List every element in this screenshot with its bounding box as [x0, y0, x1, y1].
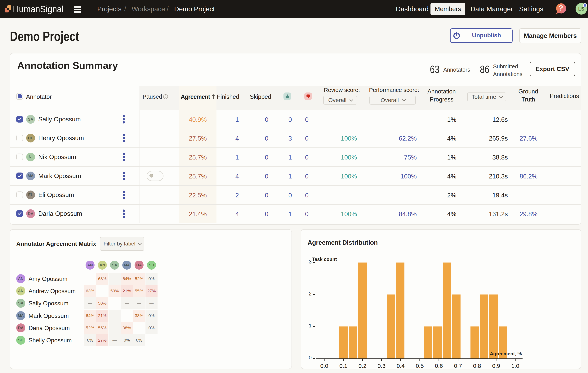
svg-text:?: ?	[165, 95, 166, 98]
svg-text:?: ?	[559, 4, 563, 12]
